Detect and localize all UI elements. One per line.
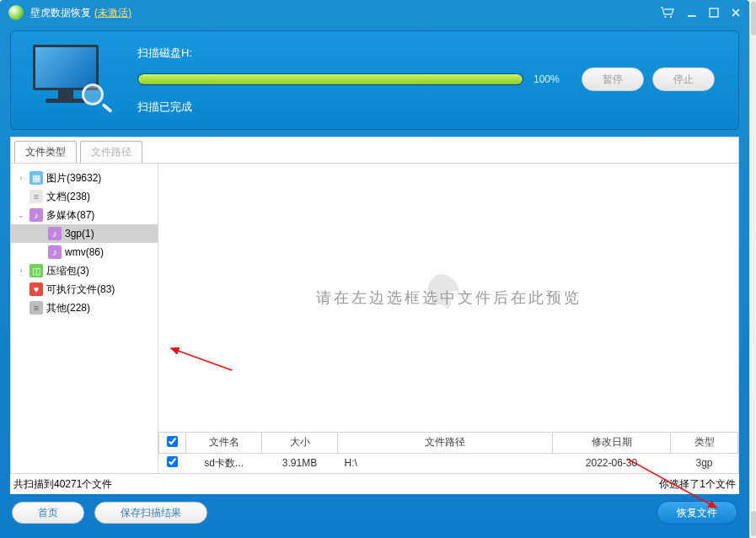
chevron-right-icon[interactable]: › [16, 174, 26, 182]
unactivated-link[interactable]: (未激活) [94, 6, 131, 20]
maximize-icon[interactable] [709, 8, 719, 18]
save-scan-button[interactable]: 保存扫描结果 [94, 502, 207, 524]
tree-item-label: wmv(86) [65, 246, 104, 258]
scan-progress-bar [137, 73, 523, 85]
tree-item-label: 压缩包(3) [46, 264, 89, 278]
doc-folder-icon: ≡ [29, 190, 43, 203]
other-folder-icon: ≡ [29, 301, 43, 315]
tree-item[interactable]: ›≡其他(228) [11, 299, 158, 317]
chevron-right-icon[interactable]: › [16, 266, 26, 275]
svg-rect-2 [688, 15, 696, 17]
cell-name: sd卡数... [186, 453, 262, 473]
tab-filepath[interactable]: 文件路径 [80, 141, 142, 163]
minimize-icon[interactable] [687, 8, 697, 18]
row-checkbox[interactable] [167, 456, 178, 467]
content-area: 文件类型 文件路径 ›▦图片(39632)›≡文档(238)⌄♪多媒体(87)›… [10, 137, 739, 474]
status-right: 你选择了1个文件 [659, 477, 736, 492]
recover-button[interactable]: 恢复文件 [657, 501, 737, 525]
status-bar: 共扫描到40271个文件 你选择了1个文件 [10, 474, 739, 494]
tree-item[interactable]: ⌄♪多媒体(87) [11, 206, 158, 224]
file-table: 文件名 大小 文件路径 修改日期 类型 sd卡数...3.91MBH:\2022… [158, 433, 738, 473]
tree-item[interactable]: ›♥可执行文件(83) [11, 280, 158, 299]
stop-button[interactable]: 停止 [652, 67, 715, 91]
close-icon[interactable] [731, 8, 741, 18]
tree-item-label: 3gp(1) [65, 228, 94, 239]
file-tree: ›▦图片(39632)›≡文档(238)⌄♪多媒体(87)›♪3gp(1)›♪w… [11, 164, 158, 473]
cell-type: 3gp [671, 453, 738, 473]
media-folder-icon: ♪ [29, 208, 43, 222]
exe-folder-icon: ♥ [29, 282, 43, 296]
svg-point-4 [448, 278, 453, 282]
tree-item[interactable]: ›♪wmv(86) [11, 243, 158, 261]
tree-item[interactable]: ›♪3gp(1) [11, 224, 158, 243]
tree-item[interactable]: ›≡文档(238) [11, 187, 158, 206]
scan-panel: 扫描磁盘H: 100% 暂停 停止 扫描已完成 [10, 30, 739, 130]
preview-hint: 请在左边选框选中文件后在此预览 [316, 288, 582, 308]
scan-done-label: 扫描已完成 [137, 100, 721, 115]
tab-filetype[interactable]: 文件类型 [14, 141, 77, 163]
status-left: 共扫描到40271个文件 [13, 477, 112, 492]
svg-rect-3 [710, 8, 718, 17]
tree-item[interactable]: ›◫压缩包(3) [11, 261, 158, 280]
cell-size: 3.91MB [262, 453, 338, 473]
col-type[interactable]: 类型 [671, 433, 738, 453]
tree-item-label: 文档(238) [46, 190, 90, 204]
media-folder-icon: ♪ [48, 227, 62, 240]
preview-pane: 请在左边选框选中文件后在此预览 [158, 164, 738, 432]
svg-point-1 [670, 16, 672, 18]
monitor-icon [28, 45, 104, 116]
pause-button[interactable]: 暂停 [582, 67, 644, 91]
col-date[interactable]: 修改日期 [553, 433, 671, 453]
media-folder-icon: ♪ [48, 245, 62, 259]
col-path[interactable]: 文件路径 [338, 433, 553, 453]
app-logo-icon [8, 5, 24, 20]
tree-item-label: 多媒体(87) [46, 208, 94, 223]
col-size[interactable]: 大小 [262, 433, 338, 453]
tree-item[interactable]: ›▦图片(39632) [11, 169, 158, 187]
cell-path: H:\ [338, 453, 553, 473]
page-scrollbar[interactable] [749, 0, 756, 538]
app-title: 壁虎数据恢复 [30, 6, 91, 20]
cart-icon[interactable] [660, 7, 675, 19]
cell-date: 2022-06-30 [553, 453, 671, 473]
scan-percent: 100% [533, 73, 560, 85]
svg-point-0 [664, 16, 666, 18]
tree-item-label: 其他(228) [46, 301, 90, 315]
home-button[interactable]: 首页 [12, 502, 84, 524]
table-row[interactable]: sd卡数...3.91MBH:\2022-06-303gp [159, 453, 738, 473]
scan-target-label: 扫描磁盘H: [137, 46, 721, 61]
col-name[interactable]: 文件名 [186, 433, 262, 453]
tree-item-label: 图片(39632) [46, 171, 101, 186]
zip-folder-icon: ◫ [29, 264, 43, 277]
chevron-down-icon[interactable]: ⌄ [16, 211, 26, 219]
header-checkbox[interactable] [167, 436, 178, 447]
pic-folder-icon: ▦ [29, 171, 43, 185]
titlebar: 壁虎数据恢复 (未激活) [0, 0, 749, 25]
tree-item-label: 可执行文件(83) [46, 282, 115, 297]
